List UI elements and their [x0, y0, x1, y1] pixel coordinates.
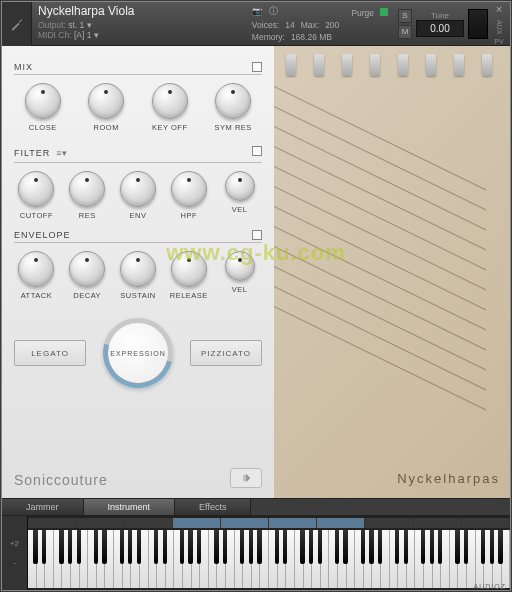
piano-keyboard[interactable] — [28, 516, 510, 590]
black-key[interactable] — [421, 530, 425, 564]
mute-button[interactable]: M — [398, 25, 412, 39]
white-key[interactable] — [183, 530, 192, 588]
black-key[interactable] — [59, 530, 63, 564]
octave-segment[interactable] — [414, 518, 462, 528]
tab-instrument[interactable]: Instrument — [84, 499, 176, 515]
black-key[interactable] — [249, 530, 253, 564]
black-key[interactable] — [498, 530, 502, 564]
black-key[interactable] — [378, 530, 382, 564]
white-key[interactable] — [338, 530, 347, 588]
env-knob[interactable] — [120, 171, 156, 207]
symres-knob[interactable] — [215, 83, 251, 119]
solo-button[interactable]: S — [398, 9, 412, 23]
octave-segment[interactable] — [317, 518, 365, 528]
attack-knob[interactable] — [18, 251, 54, 287]
octave-segment[interactable] — [124, 518, 172, 528]
white-key[interactable] — [260, 530, 269, 588]
octave-segment[interactable] — [76, 518, 124, 528]
black-key[interactable] — [455, 530, 459, 564]
octave-minus[interactable]: - — [13, 558, 16, 567]
white-key[interactable] — [467, 530, 476, 588]
white-key[interactable] — [62, 530, 71, 588]
black-key[interactable] — [240, 530, 244, 564]
octave-segment[interactable] — [173, 518, 221, 528]
info-icon[interactable]: ⓘ — [269, 6, 278, 18]
octave-shift[interactable]: +2 - — [2, 516, 28, 590]
white-key[interactable] — [209, 530, 218, 588]
filter-type-menu[interactable]: ≡▾ — [56, 148, 66, 158]
white-key[interactable] — [54, 530, 63, 588]
black-key[interactable] — [283, 530, 287, 564]
close-icon[interactable]: × — [492, 2, 506, 16]
purge-label[interactable]: Purge — [351, 8, 374, 18]
octave-plus[interactable]: +2 — [10, 539, 19, 548]
white-key[interactable] — [105, 530, 114, 588]
octave-segment[interactable] — [221, 518, 269, 528]
black-key[interactable] — [481, 530, 485, 564]
tab-jammer[interactable]: Jammer — [2, 499, 84, 515]
black-key[interactable] — [137, 530, 141, 564]
white-key[interactable] — [450, 530, 459, 588]
room-knob[interactable] — [88, 83, 124, 119]
white-key[interactable] — [286, 530, 295, 588]
white-key[interactable] — [80, 530, 89, 588]
expression-ring[interactable]: EXPRESSION — [103, 318, 173, 388]
output-value[interactable]: st. 1 — [68, 20, 84, 30]
octave-segment[interactable] — [365, 518, 413, 528]
white-key[interactable] — [398, 530, 407, 588]
black-key[interactable] — [300, 530, 304, 564]
white-key[interactable] — [372, 530, 381, 588]
env-vel-knob[interactable] — [225, 251, 255, 281]
white-key[interactable] — [252, 530, 261, 588]
black-key[interactable] — [188, 530, 192, 564]
black-key[interactable] — [361, 530, 365, 564]
white-key[interactable] — [381, 530, 390, 588]
black-key[interactable] — [77, 530, 81, 564]
black-key[interactable] — [94, 530, 98, 564]
white-key[interactable] — [226, 530, 235, 588]
black-key[interactable] — [335, 530, 339, 564]
white-key[interactable] — [484, 530, 493, 588]
white-key[interactable] — [217, 530, 226, 588]
black-key[interactable] — [275, 530, 279, 564]
white-key[interactable] — [71, 530, 80, 588]
camera-icon[interactable]: 📷 — [252, 6, 263, 18]
white-key[interactable] — [114, 530, 123, 588]
mix-toggle[interactable] — [252, 62, 262, 72]
white-key[interactable] — [88, 530, 97, 588]
white-key[interactable] — [355, 530, 364, 588]
close-knob[interactable] — [25, 83, 61, 119]
black-key[interactable] — [430, 530, 434, 564]
white-key[interactable] — [269, 530, 278, 588]
white-key[interactable] — [295, 530, 304, 588]
white-key[interactable] — [149, 530, 158, 588]
white-key[interactable] — [123, 530, 132, 588]
preset-browser-button[interactable] — [230, 468, 262, 488]
white-key[interactable] — [441, 530, 450, 588]
white-key[interactable] — [424, 530, 433, 588]
black-key[interactable] — [180, 530, 184, 564]
keyoff-knob[interactable] — [152, 83, 188, 119]
black-key[interactable] — [42, 530, 46, 564]
voices-max[interactable]: 200 — [325, 20, 339, 30]
white-key[interactable] — [174, 530, 183, 588]
white-key[interactable] — [97, 530, 106, 588]
white-key[interactable] — [45, 530, 54, 588]
pv-label[interactable]: PV — [494, 38, 503, 45]
black-key[interactable] — [490, 530, 494, 564]
filter-toggle[interactable] — [252, 146, 262, 156]
white-key[interactable] — [166, 530, 175, 588]
white-key[interactable] — [321, 530, 330, 588]
tab-effects[interactable]: Effects — [175, 499, 251, 515]
white-key[interactable] — [37, 530, 46, 588]
black-key[interactable] — [102, 530, 106, 564]
midi-value[interactable]: [A] 1 — [74, 30, 91, 40]
instrument-icon[interactable] — [2, 2, 32, 46]
white-key[interactable] — [304, 530, 313, 588]
white-key[interactable] — [364, 530, 373, 588]
white-key[interactable] — [243, 530, 252, 588]
white-key[interactable] — [278, 530, 287, 588]
black-key[interactable] — [223, 530, 227, 564]
cutoff-knob[interactable] — [18, 171, 54, 207]
black-key[interactable] — [197, 530, 201, 564]
